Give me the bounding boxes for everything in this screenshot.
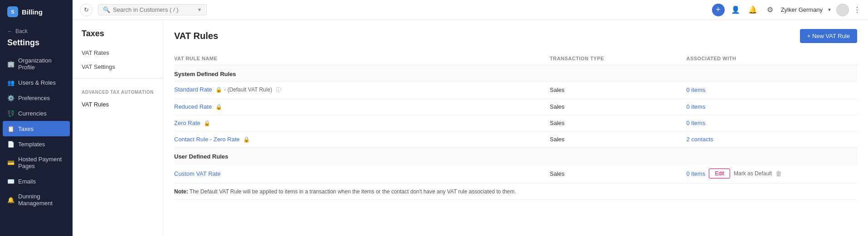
main-area: ↻ 🔍 ▼ + 👤 🔔 ⚙ Zylker Germany ▼ ⋮ Taxes V… [73, 0, 868, 236]
vat-rules-title: VAT Rules [174, 31, 218, 41]
settings-icon[interactable]: ⚙ [764, 4, 776, 16]
org-dropdown-icon: ▼ [827, 7, 832, 12]
dunning-icon: 🔔 [7, 196, 15, 203]
associated-link[interactable]: 0 items [686, 120, 705, 126]
table-row: Zero Rate 🔒 Sales 0 items [174, 115, 857, 131]
search-icon: 🔍 [103, 6, 110, 13]
org-profile-icon: 🏢 [7, 60, 15, 67]
rule-name-cell: Reduced Rate 🔒 [174, 99, 550, 115]
vat-rules-content: VAT Rules + New VAT Rule VAT RULE NAME T… [163, 20, 868, 236]
transaction-type-cell: Sales [550, 164, 686, 183]
sidebar-item-templates[interactable]: 📄 Templates [0, 136, 73, 152]
sidebar-item-label: Dunning Management [18, 193, 65, 207]
edit-button[interactable]: Edit [709, 169, 730, 178]
org-name[interactable]: Zylker Germany [781, 6, 823, 13]
new-vat-rule-button[interactable]: + New VAT Rule [800, 29, 857, 43]
note-row: Note: The Default VAT Rule will be appli… [174, 183, 857, 200]
associated-action-cell: 0 items Edit Mark as Default 🗑 [686, 164, 857, 183]
transaction-type-cell: Sales [550, 131, 686, 148]
associated-cell: 0 items [686, 99, 857, 115]
associated-link[interactable]: 0 items [686, 103, 705, 110]
search-input[interactable] [113, 6, 195, 13]
preferences-icon: ⚙️ [7, 94, 15, 101]
sidebar-item-org-profile[interactable]: 🏢 Organization Profile [0, 53, 73, 75]
hosted-payment-icon: 💳 [7, 159, 15, 166]
content-area: Taxes VAT Rates VAT Settings ADVANCED TA… [73, 20, 868, 236]
reduced-rate-link[interactable]: Reduced Rate [174, 103, 212, 110]
sidebar-item-label: Preferences [18, 95, 50, 101]
zero-rate-link[interactable]: Zero Rate [174, 120, 200, 126]
info-icon: ⓘ [276, 87, 281, 93]
standard-rate-link[interactable]: Standard Rate [174, 86, 212, 93]
back-label: Back [15, 28, 28, 34]
sidebar-item-currencies[interactable]: 💱 Currencies [0, 106, 73, 121]
sidebar: S Billing ← Back Settings 🏢 Organization… [0, 0, 73, 236]
lock-icon: 🔒 [243, 136, 250, 143]
note-label: Note: [174, 188, 188, 195]
sidebar-item-emails[interactable]: ✉️ Emails [0, 173, 73, 189]
back-arrow-icon: ← [7, 28, 13, 34]
transaction-type-cell: Sales [550, 82, 686, 99]
sidebar-item-taxes[interactable]: 📋 Taxes [3, 121, 70, 136]
divider [73, 78, 163, 79]
sidebar-item-dunning[interactable]: 🔔 Dunning Management [0, 189, 73, 211]
mark-as-default-button[interactable]: Mark as Default [734, 170, 772, 177]
back-button[interactable]: ← Back [0, 24, 73, 36]
sidebar-item-label: Templates [18, 141, 45, 148]
templates-icon: 📄 [7, 140, 15, 148]
lock-icon: 🔒 [215, 104, 222, 110]
note-text: Note: The Default VAT Rule will be appli… [174, 188, 516, 195]
lock-icon: 🔒 [215, 87, 222, 93]
system-section-label: System Defined Rules [174, 65, 857, 82]
contact-rule-link[interactable]: Contact Rule - Zero Rate [174, 136, 240, 143]
sidebar-logo: S Billing [0, 0, 73, 24]
contacts-icon[interactable]: 👤 [729, 4, 742, 16]
rule-name-cell: Custom VAT Rate [174, 164, 550, 183]
associated-items-link[interactable]: 0 items [686, 170, 705, 177]
add-button[interactable]: + [712, 4, 725, 16]
nav-vat-settings[interactable]: VAT Settings [73, 60, 163, 74]
avatar[interactable] [836, 4, 849, 16]
sidebar-item-hosted-payment[interactable]: 💳 Hosted Payment Pages [0, 152, 73, 173]
delete-icon[interactable]: 🗑 [775, 170, 782, 177]
search-dropdown-icon: ▼ [197, 7, 202, 12]
nav-vat-rates[interactable]: VAT Rates [73, 46, 163, 60]
notifications-icon[interactable]: 🔔 [746, 4, 759, 16]
search-bar[interactable]: 🔍 ▼ [98, 4, 207, 15]
sidebar-item-preferences[interactable]: ⚙️ Preferences [0, 90, 73, 106]
topbar-actions: + 👤 🔔 ⚙ Zylker Germany ▼ ⋮ [712, 4, 861, 16]
table-row: Standard Rate 🔒 - (Default VAT Rule) ⓘ S… [174, 82, 857, 99]
grid-icon[interactable]: ⋮ [853, 5, 861, 14]
refresh-button[interactable]: ↻ [80, 4, 93, 16]
sidebar-item-label: Organization Profile [18, 57, 65, 71]
contacts-link[interactable]: 2 contacts [686, 136, 713, 143]
col-header-name: VAT RULE NAME [174, 52, 550, 65]
sidebar-item-label: Taxes [18, 125, 34, 132]
col-header-type: TRANSACTION TYPE [550, 52, 686, 65]
associated-cell: 0 items [686, 115, 857, 131]
note-body: The Default VAT Rule will be applied to … [190, 188, 516, 195]
rule-name-cell: Zero Rate 🔒 [174, 115, 550, 131]
system-defined-section: System Defined Rules [174, 65, 857, 82]
action-col: 0 items Edit Mark as Default 🗑 [686, 169, 857, 178]
associated-cell: 0 items [686, 82, 857, 99]
associated-link[interactable]: 0 items [686, 87, 705, 93]
users-roles-icon: 👥 [7, 79, 15, 86]
nav-vat-rules[interactable]: VAT Rules [73, 97, 163, 111]
transaction-type-cell: Sales [550, 99, 686, 115]
lock-icon: 🔒 [204, 120, 210, 126]
default-badge: - (Default VAT Rule) [224, 87, 272, 93]
billing-logo-icon: S [7, 6, 18, 17]
sidebar-item-label: Emails [18, 178, 36, 185]
user-section-label: User Defined Rules [174, 148, 857, 164]
taxes-sidebar-title: Taxes [73, 29, 163, 46]
advanced-tax-label: ADVANCED TAX AUTOMATION [73, 83, 163, 97]
custom-vat-rate-link[interactable]: Custom VAT Rate [174, 170, 221, 177]
note-cell: Note: The Default VAT Rule will be appli… [174, 183, 857, 200]
vat-rules-table: VAT RULE NAME TRANSACTION TYPE ASSOCIATE… [174, 52, 857, 200]
user-defined-section: User Defined Rules [174, 148, 857, 164]
sidebar-item-users-roles[interactable]: 👥 Users & Roles [0, 75, 73, 90]
vat-header: VAT Rules + New VAT Rule [174, 29, 857, 43]
col-header-assoc: ASSOCIATED WITH [686, 52, 857, 65]
taxes-icon: 📋 [7, 125, 15, 132]
